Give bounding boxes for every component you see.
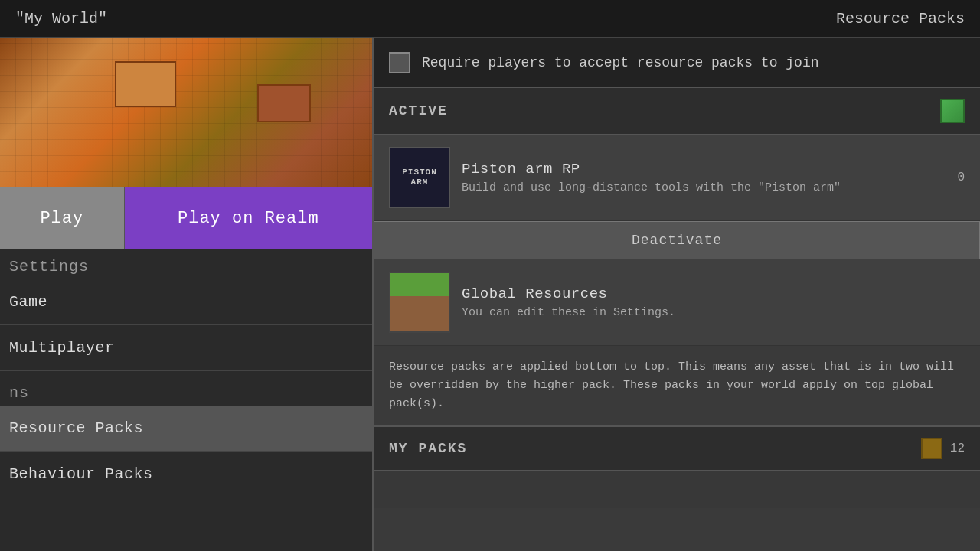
world-title: "My World" — [15, 10, 107, 28]
my-packs-header: MY PACKS 12 — [374, 426, 980, 470]
main-layout: Play Play on Realm Settings Game Multipl… — [0, 38, 980, 551]
global-resources-icon — [389, 272, 450, 333]
dirt-block-1 — [115, 61, 176, 107]
nav-item-game[interactable]: Game — [0, 279, 372, 325]
pack-bag-icon — [921, 438, 942, 459]
active-pack-icon — [940, 99, 965, 123]
deactivate-button[interactable]: Deactivate — [374, 221, 980, 259]
resource-packs-info: Resource packs are applied bottom to top… — [374, 346, 980, 426]
play-button[interactable]: Play — [0, 187, 125, 249]
pack-desc-piston: Build and use long-distance tools with t… — [462, 181, 946, 194]
nav-item-resource-packs[interactable]: Resource Packs — [0, 406, 372, 452]
addons-section-label: ns — [0, 375, 372, 402]
pack-name-global: Global Resources — [462, 285, 965, 302]
piston-arm-icon: PISTONARM — [389, 147, 450, 208]
panel-title: Resource Packs — [836, 10, 965, 28]
nav-item-behaviour-packs[interactable]: Behaviour Packs — [0, 452, 372, 497]
pack-info-global: Global Resources You can edit these in S… — [462, 285, 965, 319]
dirt-block-2 — [257, 84, 311, 122]
nav-item-multiplayer[interactable]: Multiplayer — [0, 325, 372, 371]
active-label: ACTIVE — [389, 103, 448, 119]
world-preview — [0, 38, 372, 187]
pack-item-global[interactable]: Global Resources You can edit these in S… — [374, 259, 980, 346]
active-header: ACTIVE — [374, 88, 980, 135]
pack-number-piston: 0 — [957, 171, 965, 184]
pack-info-piston: Piston arm RP Build and use long-distanc… — [462, 161, 946, 194]
play-buttons: Play Play on Realm — [0, 187, 372, 249]
pack-item-piston[interactable]: PISTONARM Piston arm RP Build and use lo… — [374, 135, 980, 221]
right-panel: Require players to accept resource packs… — [374, 38, 980, 551]
bottom-pack-row — [374, 470, 980, 508]
pack-desc-global: You can edit these in Settings. — [462, 306, 965, 319]
my-packs-label: MY PACKS — [389, 441, 467, 456]
require-text: Require players to accept resource packs… — [422, 55, 818, 70]
require-checkbox[interactable] — [389, 52, 410, 73]
preview-overlay — [0, 38, 372, 187]
play-realm-button[interactable]: Play on Realm — [125, 187, 372, 249]
my-packs-count: 12 — [950, 442, 965, 455]
top-bar: "My World" Resource Packs — [0, 0, 980, 38]
left-panel: Play Play on Realm Settings Game Multipl… — [0, 38, 374, 551]
settings-section-label: Settings — [0, 249, 372, 276]
my-packs-right: 12 — [921, 438, 965, 459]
pack-name-piston: Piston arm RP — [462, 161, 946, 178]
require-row: Require players to accept resource packs… — [374, 38, 980, 88]
